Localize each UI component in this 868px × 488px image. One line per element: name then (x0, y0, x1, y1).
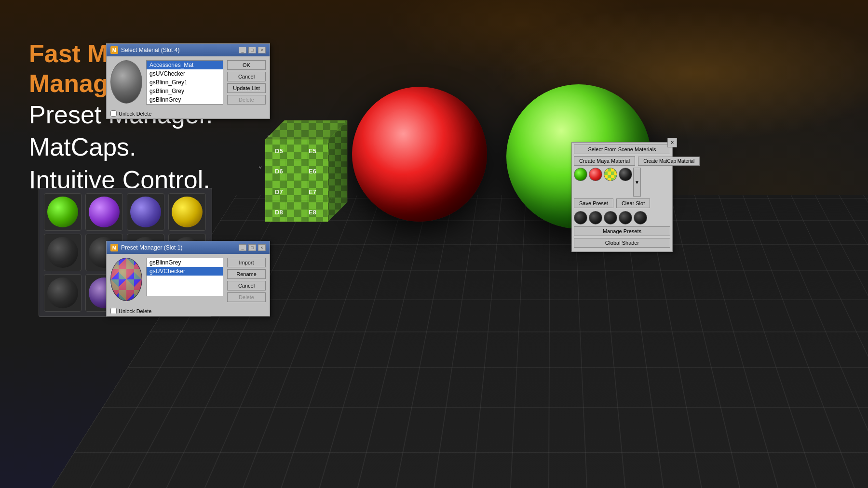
create-matcap-material-btn[interactable]: Create MatCap Material (638, 157, 700, 166)
create-maya-material-btn[interactable]: Create Maya Material (574, 156, 635, 166)
mat-sphere-3 (172, 197, 203, 227)
preset-item-1[interactable]: gsUVChecker (147, 267, 223, 276)
minimize-btn[interactable]: _ (239, 47, 246, 53)
swatch-red[interactable] (589, 168, 602, 181)
rename-button[interactable]: Rename (227, 269, 266, 279)
small-swatch-4[interactable] (619, 211, 632, 224)
select-from-scene-row: Select From Scene Materials (574, 145, 670, 154)
svg-text:E5: E5 (309, 147, 316, 155)
material-item-0[interactable]: Accessories_Mat (147, 61, 223, 69)
pm-close-btn[interactable]: × (258, 244, 266, 251)
global-shader-btn[interactable]: Global Shader (574, 238, 670, 248)
mat-cell-8[interactable] (44, 274, 81, 312)
mat-sphere-2 (130, 197, 161, 227)
small-swatch-1[interactable] (574, 211, 587, 224)
svg-text:D5: D5 (275, 147, 283, 155)
material-item-2[interactable]: gsBlinn_Grey1 (147, 78, 223, 87)
svg-text:E8: E8 (309, 209, 316, 216)
scroll-arrow[interactable]: ▼ (633, 168, 641, 197)
small-swatch-3[interactable] (604, 211, 617, 224)
select-mat-body: Accessories_Mat gsUVChecker gsBlinn_Grey… (107, 56, 270, 108)
close-btn[interactable]: × (258, 47, 266, 53)
context-popup: × Select From Scene Materials Create May… (571, 142, 673, 252)
svg-text:E7: E7 (309, 188, 316, 196)
mat-cell-1[interactable] (85, 193, 123, 231)
cube-svg: D5 E5 D6 E6 D7 E7 D8 E8 U V (251, 101, 357, 236)
material-preview-sphere (110, 60, 142, 104)
pm-delete-button[interactable]: Delete (227, 292, 266, 302)
presets-list[interactable]: gsBlinnGrey gsUVChecker (146, 258, 223, 296)
select-from-scene-btn[interactable]: Select From Scene Materials (574, 145, 670, 154)
swatches-row-1: ▼ (574, 168, 670, 197)
pm-titlebar-left: M Preset Manager (Slot 1) (110, 244, 182, 251)
mat-sphere-0 (47, 197, 78, 227)
cancel-button[interactable]: Cancel (227, 72, 266, 81)
scene-objects: D5 E5 D6 E6 D7 E7 D8 E8 U V (236, 0, 868, 488)
svg-text:U: U (268, 134, 271, 138)
context-close-btn[interactable]: × (667, 138, 677, 147)
material-item-3[interactable]: gsBlinn_Grey (147, 87, 223, 95)
swatch-green[interactable] (574, 168, 587, 181)
create-buttons-row: Create Maya Material Create MatCap Mater… (574, 156, 670, 166)
maya-icon: M (110, 46, 118, 54)
titlebar-left: M Select Material (Slot 4) (110, 46, 179, 54)
svg-text:D6: D6 (275, 168, 283, 175)
update-list-button[interactable]: Update List (227, 83, 266, 93)
matcap-swatches-row1 (574, 168, 632, 181)
small-swatch-2[interactable] (589, 211, 602, 224)
global-shader-row: Global Shader (574, 238, 670, 248)
manage-presets-btn[interactable]: Manage Presets (574, 226, 670, 236)
pm-cancel-button[interactable]: Cancel (227, 281, 266, 290)
pm-maya-icon: M (110, 244, 118, 251)
presets-list-container: gsBlinnGrey gsUVChecker (146, 258, 223, 302)
import-button[interactable]: Import (227, 258, 266, 267)
unlock-delete-checkbox[interactable] (110, 110, 117, 117)
svg-text:V: V (259, 165, 262, 170)
mat-sphere-8 (47, 277, 78, 308)
mat-sphere-1 (89, 197, 120, 227)
preset-item-0[interactable]: gsBlinnGrey (147, 258, 223, 267)
mat-sphere-4 (47, 237, 78, 268)
swatch-checker[interactable] (604, 168, 617, 181)
small-swatch-5[interactable] (634, 211, 647, 224)
pm-unlock-delete-checkbox[interactable] (110, 308, 117, 314)
mat-cell-2[interactable] (127, 193, 164, 231)
save-preset-btn[interactable]: Save Preset (574, 198, 613, 208)
titlebar-controls[interactable]: _ □ × (239, 47, 266, 53)
svg-text:E6: E6 (309, 168, 316, 175)
select-material-dialog: M Select Material (Slot 4) _ □ × Accesso… (106, 43, 270, 119)
maximize-btn[interactable]: □ (248, 47, 256, 53)
material-item-1[interactable]: gsUVChecker (147, 69, 223, 78)
ok-button[interactable]: OK (227, 60, 266, 70)
preset-preview-sphere (110, 258, 142, 301)
preset-manager-buttons: Import Rename Cancel Delete (227, 258, 266, 302)
swatches-row-2 (574, 210, 670, 224)
swatch-dark-1[interactable] (619, 168, 632, 181)
small-swatches (574, 211, 647, 224)
select-mat-title: Select Material (Slot 4) (121, 47, 179, 53)
pm-maximize-btn[interactable]: □ (248, 244, 256, 251)
red-sphere (352, 87, 487, 222)
delete-button[interactable]: Delete (227, 95, 266, 105)
preset-manager-body: gsBlinnGrey gsUVChecker Import Rename Ca… (107, 254, 270, 306)
feature2-text: MatCaps. (29, 131, 213, 164)
pm-unlock-delete-label: Unlock Delete (119, 308, 151, 314)
select-mat-titlebar: M Select Material (Slot 4) _ □ × (107, 44, 270, 56)
select-mat-buttons: OK Cancel Update List Delete (227, 60, 266, 105)
mat-cell-3[interactable] (168, 193, 206, 231)
preset-manager-titlebar: M Preset Manager (Slot 1) _ □ × (107, 241, 270, 254)
unlock-row: Unlock Delete (107, 108, 270, 119)
materials-list-container: Accessories_Mat gsUVChecker gsBlinn_Grey… (146, 60, 223, 105)
preset-manager-title: Preset Manager (Slot 1) (121, 244, 182, 251)
manage-presets-row: Manage Presets (574, 226, 670, 236)
unlock-delete-label: Unlock Delete (119, 111, 151, 117)
pm-titlebar-controls[interactable]: _ □ × (239, 244, 266, 251)
svg-text:D7: D7 (275, 188, 283, 196)
pm-minimize-btn[interactable]: _ (239, 244, 246, 251)
mat-cell-4[interactable] (44, 234, 81, 271)
save-clear-row: Save Preset Clear Slot (574, 198, 670, 208)
materials-list[interactable]: Accessories_Mat gsUVChecker gsBlinn_Grey… (146, 60, 223, 105)
mat-cell-0[interactable] (44, 193, 81, 231)
material-item-4[interactable]: gsBlinnGrey (147, 95, 223, 104)
clear-slot-btn[interactable]: Clear Slot (616, 198, 650, 208)
